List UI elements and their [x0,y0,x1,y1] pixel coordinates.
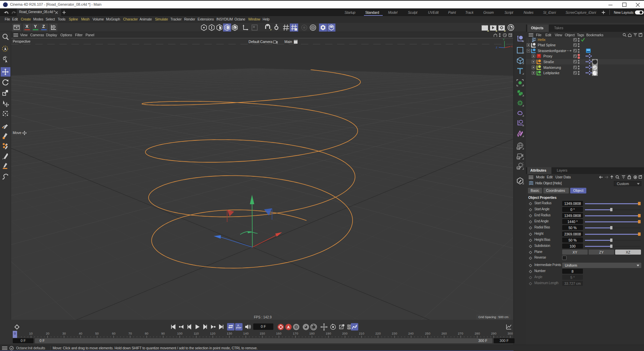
svg-text:Proxy: Proxy [543,54,553,58]
svg-text:170: 170 [293,332,298,335]
svg-text:180: 180 [309,332,315,335]
svg-text:90: 90 [161,332,165,335]
svg-text:240: 240 [408,332,414,335]
svg-text:210: 210 [359,332,364,335]
svg-text:Helix: Helix [538,38,546,42]
svg-text:Strassenkonfigurator: Strassenkonfigurator [538,49,566,53]
svg-text:250: 250 [425,332,430,335]
svg-text:160: 160 [276,332,281,335]
svg-text:220: 220 [375,332,381,335]
svg-text:290: 290 [491,332,496,335]
svg-text:200: 200 [342,332,347,335]
svg-text:S1: S1 [518,157,520,159]
svg-text:Straße: Straße [543,60,554,64]
svg-text:50: 50 [95,332,99,335]
svg-text:150: 150 [260,332,265,335]
svg-text:270: 270 [458,332,463,335]
svg-text:X: X [511,45,513,48]
svg-text:Y: Y [503,38,505,41]
svg-text:70: 70 [128,332,132,335]
svg-text:230: 230 [392,332,397,335]
svg-text:120: 120 [210,332,215,335]
svg-text:Pfad Spline: Pfad Spline [538,43,556,47]
svg-text:S1: S1 [518,147,520,149]
svg-text:30: 30 [62,332,66,335]
svg-text:60: 60 [112,332,116,335]
svg-text:260: 260 [441,332,447,335]
svg-text:10: 10 [29,332,33,335]
svg-text:300: 300 [507,332,513,335]
svg-text:190: 190 [326,332,331,335]
svg-text:110: 110 [194,332,199,335]
svg-text:80: 80 [145,332,149,335]
svg-text:40: 40 [79,332,83,335]
svg-text:130: 130 [227,332,232,335]
svg-text:S1: S1 [518,167,520,169]
svg-text:20: 20 [46,332,50,335]
svg-text:Z: Z [496,46,497,49]
svg-text:Leitplanke: Leitplanke [543,71,559,75]
svg-text:140: 140 [243,332,249,335]
svg-text:Markierung: Markierung [543,65,561,70]
svg-text:0: 0 [14,332,16,335]
svg-text:100: 100 [177,332,182,335]
svg-text:A: A [237,324,239,327]
svg-text:A: A [287,325,290,329]
svg-text:280: 280 [475,332,480,335]
